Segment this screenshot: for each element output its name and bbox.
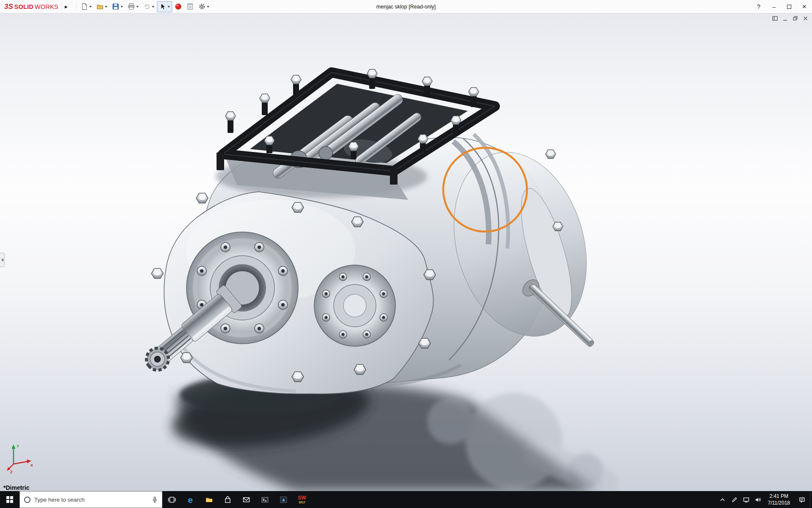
- solidworks-taskbar-button[interactable]: SW 2017: [293, 491, 311, 508]
- print-button[interactable]: [126, 1, 141, 12]
- mail-icon: [242, 496, 250, 504]
- select-tool-button[interactable]: [157, 1, 172, 12]
- print-icon: [128, 3, 135, 10]
- close-button[interactable]: ×: [797, 0, 812, 13]
- titlebar: 3S SOLIDWORKS ▶: [0, 0, 812, 14]
- close-icon: ×: [802, 3, 807, 10]
- viewer-icon: [280, 496, 288, 504]
- toolbar-expand-button[interactable]: ▶: [62, 2, 70, 12]
- chevron-down-icon: [121, 6, 123, 8]
- chevron-down-icon: [207, 6, 209, 8]
- open-button[interactable]: [94, 1, 110, 12]
- console-button[interactable]: [255, 491, 274, 508]
- windows-taskbar: e SW 2017: [0, 491, 812, 508]
- close-icon[interactable]: [803, 16, 808, 21]
- dassault-logo-icon: 3S: [4, 3, 13, 11]
- chevron-down-icon: [89, 6, 92, 8]
- appearance-sphere-icon: [175, 3, 182, 10]
- chevron-down-icon: [105, 6, 107, 8]
- options-gear-icon: [198, 3, 206, 10]
- save-icon: [112, 3, 119, 10]
- evaluate-button[interactable]: [184, 1, 196, 12]
- panel-collapse-tab[interactable]: [0, 253, 5, 267]
- taskbar-clock[interactable]: 2:41 PM 7/11/2018: [764, 491, 794, 508]
- new-document-button[interactable]: [79, 1, 94, 12]
- hidden-icons-button[interactable]: [717, 491, 729, 508]
- triad-x-label: X: [30, 463, 33, 467]
- cortana-icon: [24, 497, 30, 503]
- windows-logo-icon: [6, 496, 13, 503]
- brand-text-bold: SOLID: [14, 3, 33, 10]
- new-document-icon: [81, 3, 88, 10]
- select-cursor-icon: [159, 3, 166, 10]
- triad-y-label: Y: [16, 444, 19, 448]
- microphone-icon[interactable]: [152, 497, 158, 502]
- system-tray: 2:41 PM 7/11/2018: [717, 491, 812, 508]
- minimize-button[interactable]: –: [766, 0, 782, 13]
- task-view-button[interactable]: [162, 491, 181, 508]
- open-icon: [96, 3, 104, 10]
- minimize-icon[interactable]: [782, 16, 788, 21]
- file-explorer-button[interactable]: [200, 491, 218, 508]
- network-icon: [743, 497, 749, 503]
- pen-icon: [731, 497, 738, 503]
- maximize-button[interactable]: [782, 0, 797, 13]
- undo-icon: [143, 3, 151, 10]
- pane-icon[interactable]: [772, 16, 778, 21]
- file-explorer-icon: [205, 496, 213, 504]
- console-icon: [261, 496, 269, 504]
- chevron-down-icon: [167, 6, 170, 8]
- quick-access-toolbar: [70, 0, 211, 13]
- appearance-button[interactable]: [173, 1, 184, 12]
- mail-button[interactable]: [237, 491, 255, 508]
- triad-z-label: Z: [10, 470, 13, 473]
- volume-button[interactable]: [752, 491, 764, 508]
- clock-date: 7/11/2018: [768, 500, 790, 506]
- pen-button[interactable]: [729, 491, 741, 508]
- toolbar-separator: [76, 3, 77, 11]
- network-button[interactable]: [741, 491, 752, 508]
- bearing-hub-small: [314, 265, 395, 346]
- brand-text-light: WORKS: [35, 3, 58, 10]
- search-input[interactable]: [34, 497, 148, 503]
- save-button[interactable]: [110, 1, 125, 12]
- maximize-icon: [787, 5, 791, 9]
- store-button[interactable]: [218, 491, 237, 508]
- window-controls: ? – ×: [751, 0, 812, 13]
- undo-button[interactable]: [141, 1, 156, 12]
- show-desktop-button[interactable]: [810, 491, 812, 508]
- gearbox-model: [0, 14, 812, 491]
- clock-time: 2:41 PM: [769, 493, 788, 500]
- volume-icon: [755, 497, 761, 503]
- evaluate-sheet-icon: [187, 3, 194, 10]
- edge-button[interactable]: e: [181, 491, 200, 508]
- coordinate-triad: Y X Z: [6, 442, 36, 473]
- graphics-viewport[interactable]: Y X Z *Dimetric: [0, 14, 812, 491]
- document-window-controls: [772, 16, 808, 21]
- document-title: menjac sklop [Read-only]: [376, 4, 436, 10]
- action-center-button[interactable]: [794, 491, 810, 508]
- chevron-down-icon: [152, 6, 154, 8]
- start-button[interactable]: [0, 491, 19, 508]
- store-icon: [224, 496, 232, 504]
- taskbar-search[interactable]: [19, 491, 162, 508]
- chevron-up-icon: [719, 497, 726, 503]
- solidworks-icon: SW 2017: [298, 495, 306, 504]
- solidworks-logo: 3S SOLIDWORKS: [0, 3, 62, 11]
- view-orientation-label: *Dimetric: [3, 484, 29, 491]
- action-center-icon: [799, 497, 805, 503]
- viewer-button[interactable]: [274, 491, 293, 508]
- task-view-icon: [168, 496, 176, 504]
- help-button[interactable]: ?: [751, 0, 766, 13]
- edge-icon: e: [188, 495, 193, 504]
- chevron-down-icon: [136, 6, 139, 8]
- options-button[interactable]: [196, 1, 211, 12]
- taskbar-apps: e SW 2017: [162, 491, 311, 508]
- restore-icon[interactable]: [793, 16, 798, 21]
